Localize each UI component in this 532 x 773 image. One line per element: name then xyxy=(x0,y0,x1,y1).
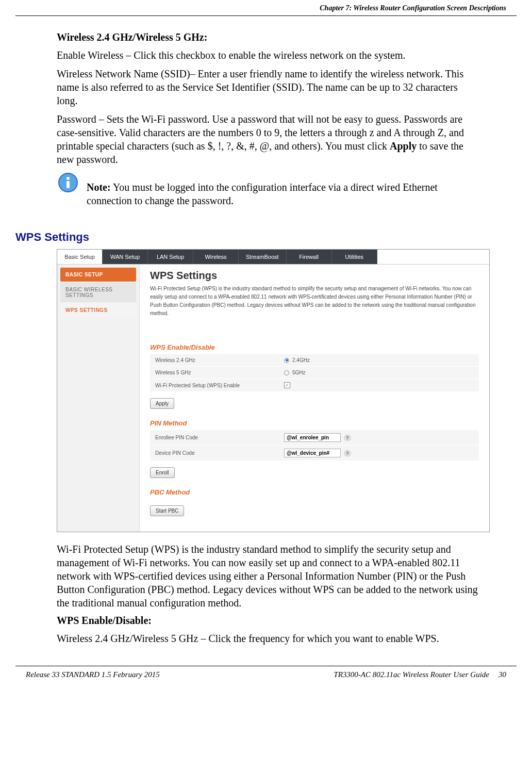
tab-firewall[interactable]: Firewall xyxy=(287,250,332,264)
paragraph-wps-description: Wi-Fi Protected Setup (WPS) is the indus… xyxy=(57,542,480,610)
help-icon[interactable]: ? xyxy=(344,450,351,457)
tab-bar: Basic Setup WAN Setup LAN Setup Wireless… xyxy=(57,250,489,265)
apply-button[interactable]: Apply xyxy=(150,398,174,409)
wps-screenshot: Basic Setup WAN Setup LAN Setup Wireless… xyxy=(57,249,490,532)
paragraph-enable-wireless: Enable Wireless – Click this checkbox to… xyxy=(57,48,480,62)
radio-24ghz-label: 2.4GHz xyxy=(292,357,310,363)
paragraph-frequency: Wireless 2.4 GHz/Wireless 5 GHz – Click … xyxy=(57,632,480,645)
tab-basic-setup[interactable]: Basic Setup xyxy=(57,250,103,264)
footer-title: TR3300-AC 802.11ac Wireless Router User … xyxy=(334,670,489,679)
wps-settings-heading: WPS Settings xyxy=(15,231,480,244)
tab-lan-setup[interactable]: LAN Setup xyxy=(148,250,193,264)
main-panel: WPS Settings Wi-Fi Protected Setup (WPS)… xyxy=(140,265,489,532)
panel-description: Wi-Fi Protected Setup (WPS) is the indus… xyxy=(150,285,479,318)
apply-bold: Apply xyxy=(390,140,417,152)
svg-rect-2 xyxy=(66,181,70,188)
chapter-header: Chapter 7: Wireless Router Configuration… xyxy=(15,0,517,16)
row-device-pin: Device PIN Code ? xyxy=(150,446,479,460)
start-pbc-button[interactable]: Start PBC xyxy=(150,505,184,516)
sidebar-item-basic-wireless[interactable]: BASIC WIRELESS SETTINGS xyxy=(60,283,136,302)
note-text: Note: You must be logged into the config… xyxy=(87,171,480,207)
page-footer: Release 33 STANDARD 1.5 February 2015 TR… xyxy=(15,666,517,683)
tab-wan-setup[interactable]: WAN Setup xyxy=(103,250,148,264)
note-label: Note: xyxy=(87,182,111,193)
info-icon xyxy=(57,171,79,194)
panel-title: WPS Settings xyxy=(150,270,479,282)
row-wireless-24: Wireless 2.4 GHz 2.4GHz xyxy=(150,354,479,366)
tab-wireless[interactable]: Wireless xyxy=(193,250,239,264)
sidebar: BASIC SETUP BASIC WIRELESS SETTINGS WPS … xyxy=(57,265,140,532)
row-wps-enable: Wi-Fi Protected Setup (WPS) Enable xyxy=(150,379,479,391)
section-heading-wireless: Wireless 2.4 GHz/Wireless 5 GHz: xyxy=(57,31,480,43)
row-wireless-5: Wireless 5 GHz 5GHz xyxy=(150,367,479,379)
svg-point-1 xyxy=(66,177,70,180)
label-enrollee-pin: Enrollee PIN Code xyxy=(155,435,284,440)
label-wireless-24: Wireless 2.4 GHz xyxy=(155,357,284,363)
radio-24ghz[interactable] xyxy=(284,358,289,363)
section-heading-wps-enable: WPS Enable/Disable: xyxy=(57,615,480,627)
footer-release: Release 33 STANDARD 1.5 February 2015 xyxy=(26,670,160,679)
checkbox-wps-enable[interactable] xyxy=(284,382,290,388)
row-enrollee-pin: Enrollee PIN Code ? xyxy=(150,430,479,445)
section-pbc-method: PBC Method xyxy=(150,488,479,496)
radio-5ghz[interactable] xyxy=(284,370,289,375)
paragraph-password: Password – Sets the Wi-Fi password. Use … xyxy=(57,112,480,166)
tab-streamboost[interactable]: StreamBoost xyxy=(239,250,287,264)
tab-utilities[interactable]: Utilities xyxy=(332,250,377,264)
note-body: You must be logged into the configuratio… xyxy=(87,182,438,206)
section-pin-method: PIN Method xyxy=(150,419,479,427)
label-device-pin: Device PIN Code xyxy=(155,450,284,456)
paragraph-ssid: Wireless Network Name (SSID)– Enter a us… xyxy=(57,67,480,107)
label-wireless-5: Wireless 5 GHz xyxy=(155,370,284,375)
footer-page-number: 30 xyxy=(498,670,506,679)
input-device-pin[interactable] xyxy=(284,449,341,457)
help-icon[interactable]: ? xyxy=(344,434,351,441)
sidebar-head-basic-setup[interactable]: BASIC SETUP xyxy=(60,268,136,282)
input-enrollee-pin[interactable] xyxy=(284,433,341,442)
section-wps-enable: WPS Enable/Disable xyxy=(150,343,479,351)
label-wps-enable: Wi-Fi Protected Setup (WPS) Enable xyxy=(155,383,284,388)
sidebar-item-wps-settings[interactable]: WPS SETTINGS xyxy=(60,303,136,317)
note-block: Note: You must be logged into the config… xyxy=(57,171,480,207)
radio-5ghz-label: 5GHz xyxy=(292,370,306,375)
enroll-button[interactable]: Enroll xyxy=(150,467,175,478)
